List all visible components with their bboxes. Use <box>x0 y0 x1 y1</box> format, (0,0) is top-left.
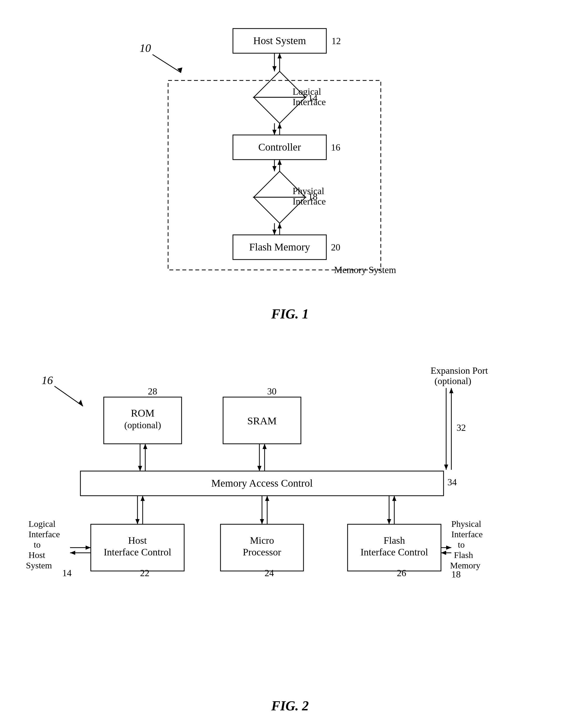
mp-label1: Micro <box>250 535 274 546</box>
arrow1-head-down <box>272 66 277 71</box>
physical-label5: Memory <box>450 561 480 570</box>
page: 10 Host System 12 <box>0 0 580 728</box>
arrow3-head1 <box>278 160 282 165</box>
fig2-container: 16 Expansion Port (optional) 32 ROM (opt… <box>21 358 559 722</box>
host-system-label: Host System <box>253 35 306 47</box>
fig1-svg: 10 Host System 12 <box>108 21 472 301</box>
fig2-svg: 16 Expansion Port (optional) 32 ROM (opt… <box>21 358 565 691</box>
expansion-port-label2: (optional) <box>435 376 471 386</box>
ref-18-fig2: 18 <box>451 569 461 579</box>
arrow3-head2 <box>272 166 277 171</box>
rom-label1: ROM <box>131 407 154 419</box>
sram-arrow-up <box>263 444 267 449</box>
controller-label: Controller <box>258 141 301 153</box>
physical-label3: to <box>458 540 465 549</box>
sram-label: SRAM <box>247 415 277 427</box>
ref-14: 14 <box>308 93 317 103</box>
sram-arrow-down <box>257 466 261 471</box>
ref-20: 20 <box>331 242 340 253</box>
fic-arrow-down <box>387 519 391 524</box>
ref-12: 12 <box>332 36 341 46</box>
hic-arrow-down <box>135 519 140 524</box>
ref-30: 30 <box>267 386 277 396</box>
fic-label1: Flash <box>384 535 405 546</box>
mp-label2: Processor <box>243 547 281 557</box>
right-arrow-left-head <box>441 551 446 555</box>
logical-label5: System <box>26 561 52 570</box>
ref-14-fig2: 14 <box>62 568 72 578</box>
right-arrow-right-head <box>446 546 451 550</box>
arrow2-head2 <box>278 123 282 128</box>
ref-16: 16 <box>331 142 340 153</box>
fig2-caption: FIG. 2 <box>21 698 559 713</box>
logical-label2: Interface <box>29 529 60 539</box>
rom-arrow-up <box>143 444 147 449</box>
arrow4-head2 <box>272 230 277 235</box>
mp-arrow-up <box>265 496 269 501</box>
left-arrow-right-head <box>86 546 91 550</box>
fic-arrow-up <box>392 496 396 501</box>
rom-arrow-down <box>138 466 142 471</box>
fig1-container: 10 Host System 12 <box>21 16 559 343</box>
ref-32: 32 <box>457 422 466 433</box>
hic-label2: Interface Control <box>104 547 171 557</box>
logical-label3: to <box>34 540 40 549</box>
expansion-port-label1: Expansion Port <box>431 365 488 376</box>
hic-arrow-up <box>141 496 145 501</box>
arrow1-head-up <box>278 53 282 58</box>
ref-10: 10 <box>140 42 151 54</box>
ref10-arrow-line <box>153 54 181 73</box>
flash-memory-label: Flash Memory <box>249 241 310 253</box>
expansion-head-up <box>449 388 453 393</box>
fig1-caption: FIG. 1 <box>271 306 309 321</box>
ref-16-fig2: 16 <box>42 374 53 387</box>
rom-label2: (optional) <box>124 420 161 430</box>
fic-label2: Interface Control <box>361 547 428 557</box>
left-arrow-left-head <box>70 551 75 555</box>
physical-label2: Interface <box>451 529 483 539</box>
svg-line-0 <box>328 41 328 42</box>
arrow4-head1 <box>278 223 282 228</box>
memory-system-label: Memory System <box>334 265 396 275</box>
ref-24: 24 <box>265 568 274 578</box>
mac-label: Memory Access Control <box>211 477 312 489</box>
mp-arrow-down <box>260 519 264 524</box>
ref-22: 22 <box>140 568 149 578</box>
hic-label1: Host <box>128 535 147 546</box>
arrow2-head1 <box>272 130 277 135</box>
expansion-head-down <box>444 465 448 470</box>
ref-18: 18 <box>308 191 317 202</box>
ref-26: 26 <box>397 568 406 578</box>
logical-label1: Logical <box>29 519 56 529</box>
physical-label1: Physical <box>451 519 481 529</box>
logical-label4: Host <box>29 550 46 560</box>
ref16-arrow-head <box>78 400 83 406</box>
ref-34: 34 <box>447 477 457 487</box>
ref-28: 28 <box>148 386 157 396</box>
physical-label4: Flash <box>454 550 473 560</box>
